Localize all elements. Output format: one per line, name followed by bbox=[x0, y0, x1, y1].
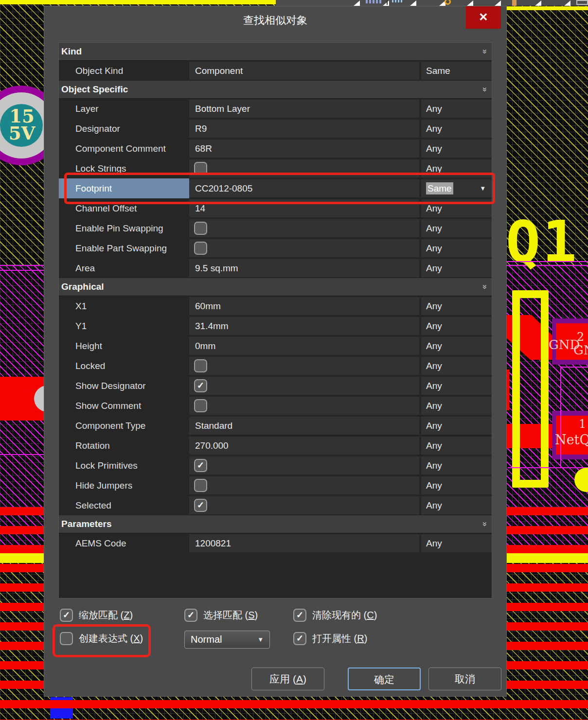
option-select-match-label: 选择匹配 (S) bbox=[203, 609, 258, 622]
option-select-match-checkbox[interactable]: ✓ bbox=[184, 609, 197, 622]
match-criteria-dropdown[interactable]: Any bbox=[421, 457, 492, 474]
property-value-field[interactable] bbox=[189, 159, 419, 177]
option-clear-existing[interactable]: ✓清除现有的 (C) bbox=[293, 607, 377, 623]
close-button[interactable]: ✕ bbox=[466, 6, 501, 29]
collapse-chevron-icon[interactable]: » bbox=[476, 522, 492, 526]
match-criteria-dropdown[interactable]: Same▼ bbox=[421, 179, 492, 197]
option-select-match[interactable]: ✓选择匹配 (S) bbox=[184, 607, 258, 623]
property-label: Y1 bbox=[59, 316, 189, 336]
section-header-parameters[interactable]: Parameters» bbox=[59, 515, 492, 533]
property-value-field[interactable] bbox=[189, 397, 419, 415]
property-checkbox[interactable] bbox=[194, 162, 207, 175]
property-label: Layer bbox=[59, 99, 189, 119]
option-create-expression-checkbox[interactable] bbox=[60, 632, 73, 645]
match-criteria-dropdown[interactable]: Any bbox=[421, 476, 492, 494]
grid-dots-icon[interactable] bbox=[366, 0, 381, 3]
match-criteria-value: Any bbox=[426, 223, 442, 233]
apply-button[interactable]: 应用 (A) bbox=[251, 667, 324, 690]
property-value-field[interactable]: 60mm bbox=[189, 297, 419, 315]
option-create-expression-label: 创建表达式 (X) bbox=[79, 632, 143, 645]
ruler-marks-icon[interactable] bbox=[392, 0, 403, 2]
match-criteria-dropdown[interactable]: Any bbox=[421, 317, 492, 335]
dialog-title-bar[interactable]: 查找相似对象 ✕ bbox=[44, 6, 506, 35]
property-checkbox[interactable] bbox=[194, 359, 207, 372]
option-zoom-match-checkbox[interactable]: ✓ bbox=[60, 609, 73, 622]
cancel-button[interactable]: 取消 bbox=[428, 667, 501, 690]
property-checkbox[interactable] bbox=[194, 222, 207, 235]
property-checkbox[interactable] bbox=[194, 399, 207, 412]
polygon-border-line bbox=[0, 270, 44, 271]
property-row-layer: LayerBottom LayerAny bbox=[59, 99, 492, 119]
swatch-icon[interactable] bbox=[512, 0, 517, 6]
property-value-field[interactable] bbox=[189, 239, 419, 257]
property-value-field[interactable]: 1200821 bbox=[189, 534, 419, 552]
option-open-properties[interactable]: ✓打开属性 (R) bbox=[293, 631, 367, 646]
section-header-graphical[interactable]: Graphical» bbox=[59, 278, 492, 296]
property-value-field[interactable]: 0mm bbox=[189, 337, 419, 355]
property-value-field[interactable]: 270.000 bbox=[189, 437, 419, 455]
match-criteria-dropdown[interactable]: Any bbox=[421, 337, 492, 355]
match-criteria-dropdown[interactable]: Any bbox=[421, 219, 492, 237]
frame-tool-icon[interactable] bbox=[576, 0, 588, 5]
property-value-field[interactable]: 9.5 sq.mm bbox=[189, 259, 419, 277]
match-criteria-dropdown[interactable]: Any bbox=[421, 140, 492, 158]
property-value-field[interactable]: R9 bbox=[189, 120, 419, 138]
option-zoom-match[interactable]: ✓缩放匹配 (Z) bbox=[60, 607, 133, 623]
match-criteria-dropdown[interactable]: Any bbox=[421, 100, 492, 118]
match-criteria-dropdown[interactable]: Any bbox=[421, 259, 492, 277]
property-checkbox[interactable] bbox=[194, 242, 207, 255]
match-criteria-dropdown[interactable]: Any bbox=[421, 377, 492, 395]
property-value-field[interactable] bbox=[189, 219, 419, 237]
match-criteria-dropdown[interactable]: Any bbox=[421, 297, 492, 315]
match-criteria-dropdown[interactable]: Any bbox=[421, 357, 492, 375]
property-value-field[interactable]: 31.4mm bbox=[189, 317, 419, 335]
property-value-field[interactable]: 68R bbox=[189, 140, 419, 158]
match-criteria-value: Any bbox=[426, 243, 442, 253]
property-value-field[interactable]: Bottom Layer bbox=[189, 100, 419, 118]
section-title: Parameters bbox=[61, 519, 112, 529]
collapse-chevron-icon[interactable]: » bbox=[476, 284, 492, 289]
match-criteria-dropdown[interactable]: Any bbox=[421, 397, 492, 415]
property-value-field[interactable]: ✓ bbox=[189, 377, 419, 395]
match-mode-dropdown[interactable]: Normal ▼ bbox=[184, 631, 270, 649]
match-criteria-dropdown[interactable]: Any bbox=[421, 496, 492, 514]
property-checkbox[interactable]: ✓ bbox=[194, 379, 207, 392]
property-value-field[interactable]: Component bbox=[189, 62, 419, 80]
property-value-field[interactable]: Standard bbox=[189, 417, 419, 435]
property-row-component-comment: Component Comment68RAny bbox=[59, 139, 492, 158]
property-checkbox[interactable]: ✓ bbox=[194, 499, 207, 512]
match-criteria-dropdown[interactable]: Any bbox=[421, 239, 492, 257]
match-criteria-dropdown[interactable]: Any bbox=[421, 120, 492, 138]
property-value-field[interactable]: 14 bbox=[189, 199, 419, 217]
option-clear-existing-checkbox[interactable]: ✓ bbox=[293, 609, 306, 622]
collapse-chevron-icon[interactable]: » bbox=[476, 87, 492, 91]
property-value-field[interactable]: ✓ bbox=[189, 457, 419, 474]
property-grid: Kind»Object KindComponentSameObject Spec… bbox=[58, 42, 492, 598]
property-checkbox[interactable] bbox=[194, 479, 207, 492]
clearance-line bbox=[560, 367, 588, 368]
match-criteria-value: Any bbox=[426, 163, 442, 174]
clearance-line bbox=[508, 467, 588, 468]
option-create-expression[interactable]: 创建表达式 (X) bbox=[60, 631, 143, 646]
property-value-field[interactable] bbox=[189, 357, 419, 375]
property-value-field[interactable]: ✓ bbox=[189, 496, 419, 514]
option-open-properties-checkbox[interactable]: ✓ bbox=[293, 632, 306, 645]
section-header-kind[interactable]: Kind» bbox=[59, 43, 492, 61]
match-criteria-dropdown[interactable]: Same bbox=[421, 62, 492, 80]
match-criteria-dropdown[interactable]: Any bbox=[421, 437, 492, 455]
collapse-chevron-icon[interactable]: » bbox=[476, 49, 492, 53]
match-criteria-value: Any bbox=[426, 301, 442, 311]
property-label: Object Kind bbox=[59, 61, 189, 81]
property-label: Enable Pin Swapping bbox=[59, 218, 189, 238]
property-value-field[interactable] bbox=[189, 476, 419, 494]
match-criteria-dropdown[interactable]: Any bbox=[421, 417, 492, 435]
section-header-object-specific[interactable]: Object Specific» bbox=[59, 81, 492, 99]
ok-button[interactable]: 确定 bbox=[348, 667, 421, 690]
option-open-properties-label: 打开属性 (R) bbox=[312, 632, 367, 645]
match-criteria-dropdown[interactable]: Any bbox=[421, 159, 492, 177]
match-criteria-dropdown[interactable]: Any bbox=[421, 199, 492, 217]
property-label: Footprint bbox=[59, 178, 189, 198]
match-criteria-dropdown[interactable]: Any bbox=[421, 534, 492, 552]
property-checkbox[interactable]: ✓ bbox=[194, 459, 207, 472]
property-value-field[interactable]: CC2012-0805 bbox=[189, 179, 419, 197]
